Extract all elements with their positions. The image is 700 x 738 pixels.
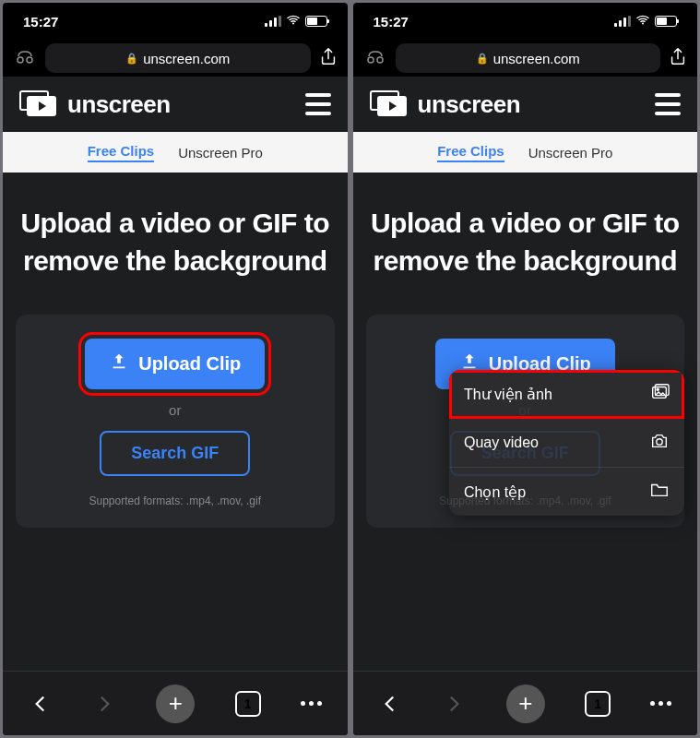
more-button[interactable] [301,701,322,706]
share-icon[interactable] [318,46,338,70]
hero-heading: Upload a video or GIF to remove the back… [16,205,335,280]
logo-icon [370,90,409,118]
wifi-icon [286,14,301,29]
signal-icon [614,16,631,27]
svg-point-3 [657,439,662,445]
svg-point-2 [657,388,658,390]
or-text: or [169,402,181,418]
phone-left: 15:27 🔒 unscreen.com unscreen [3,3,348,735]
or-text: or [519,402,531,418]
supported-formats: Supported formats: .mp4, .mov, .gif [89,494,261,507]
back-button[interactable] [29,692,53,716]
folder-icon [649,480,670,504]
url-text: unscreen.com [493,51,580,66]
tabs-button[interactable]: 1 [585,691,611,717]
status-icons [614,14,677,29]
status-bar: 15:27 [353,3,698,40]
camera-icon [649,431,670,455]
new-tab-button[interactable]: + [506,684,545,723]
battery-icon [655,16,677,27]
header: unscreen [3,77,348,132]
phone-right: 15:27 🔒 unscreen.com unscreen [353,3,698,735]
popup-label: Thư viện ảnh [464,386,552,403]
logo[interactable]: unscreen [370,90,521,119]
nav-tabs: Free Clips Unscreen Pro [3,132,348,173]
upload-clip-button[interactable]: Upload Clip [85,339,265,389]
tab-free-clips[interactable]: Free Clips [88,143,155,162]
status-icons [265,14,327,29]
menu-icon[interactable] [305,93,331,115]
forward-button[interactable] [92,692,116,716]
hero-heading: Upload a video or GIF to remove the back… [366,205,685,280]
browser-bottom-bar: + 1 [3,671,348,735]
tab-unscreen-pro[interactable]: Unscreen Pro [528,145,613,161]
header: unscreen [353,77,698,132]
content: Upload a video or GIF to remove the back… [353,173,698,671]
popup-photo-library[interactable]: Thư viện ảnh [449,370,684,419]
privacy-icon[interactable] [362,45,388,71]
status-bar: 15:27 [3,3,348,40]
status-time: 15:27 [374,14,409,30]
privacy-icon[interactable] [12,45,38,71]
upload-card: Upload Clip or Search GIF Supported form… [16,315,335,528]
upload-label: Upload Clip [138,353,241,375]
lock-icon: 🔒 [125,53,138,65]
wifi-icon [635,14,650,29]
url-bar: 🔒 unscreen.com [353,40,698,77]
logo-text: unscreen [67,90,171,119]
tab-unscreen-pro[interactable]: Unscreen Pro [178,145,263,161]
more-button[interactable] [650,701,671,706]
url-field[interactable]: 🔒 unscreen.com [45,43,311,73]
upload-card: Upload Clip Thư viện ảnh Quay video Chọn [366,315,685,528]
content: Upload a video or GIF to remove the back… [3,173,348,671]
forward-button[interactable] [442,692,466,716]
lock-icon: 🔒 [476,53,489,65]
nav-tabs: Free Clips Unscreen Pro [353,132,698,173]
logo-text: unscreen [418,90,521,119]
logo[interactable]: unscreen [19,90,171,119]
photos-icon [649,382,670,406]
url-field[interactable]: 🔒 unscreen.com [396,43,661,73]
browser-bottom-bar: + 1 [353,671,698,735]
supported-formats: Supported formats: .mp4, .mov, .gif [439,494,611,507]
tab-free-clips[interactable]: Free Clips [437,143,504,162]
share-icon[interactable] [668,46,688,70]
signal-icon [265,16,281,27]
new-tab-button[interactable]: + [156,684,195,723]
search-gif-button[interactable]: Search GIF [450,431,600,476]
status-time: 15:27 [23,14,58,30]
search-gif-button[interactable]: Search GIF [100,431,250,476]
tabs-button[interactable]: 1 [235,691,261,717]
logo-icon [19,90,58,118]
url-bar: 🔒 unscreen.com [3,40,348,77]
battery-icon [305,16,327,27]
upload-icon [109,351,129,376]
menu-icon[interactable] [655,93,681,115]
back-button[interactable] [378,692,402,716]
url-text: unscreen.com [143,51,230,66]
